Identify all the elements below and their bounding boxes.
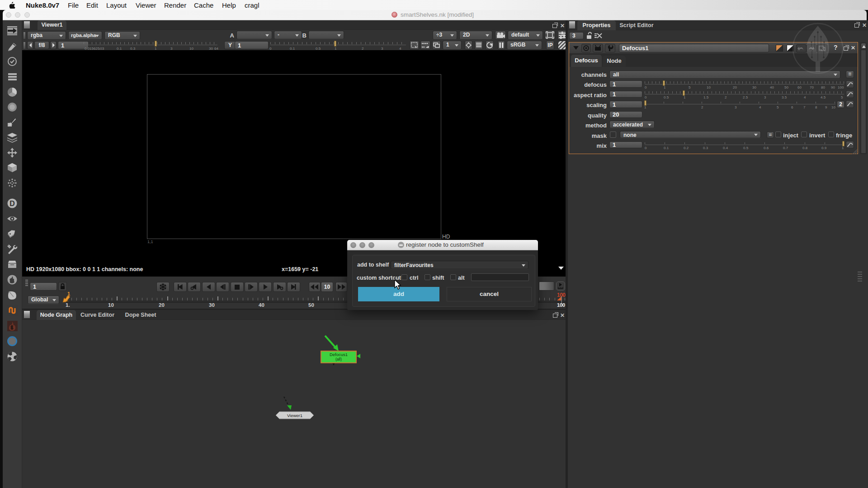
svg-text:Viewer1: Viewer1 — [287, 413, 302, 418]
svg-text:Defocus1: Defocus1 — [330, 352, 348, 357]
svg-text:D: D — [9, 200, 15, 207]
svg-text:(all): (all) — [335, 357, 342, 361]
